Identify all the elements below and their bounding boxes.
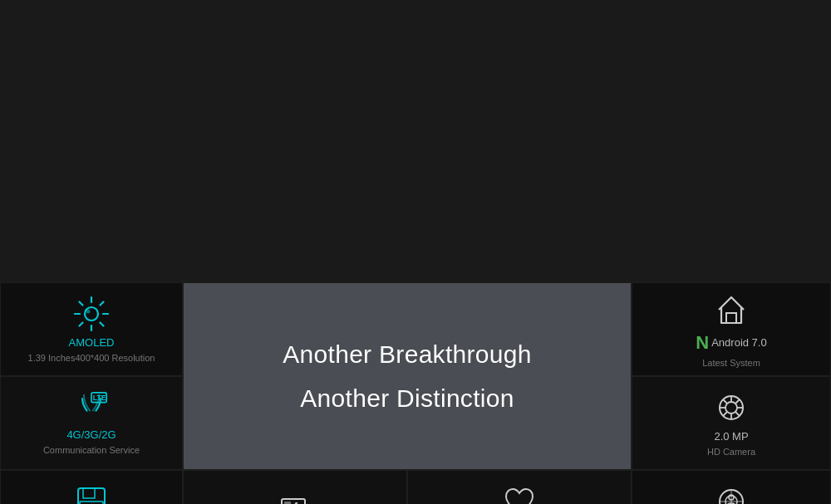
camera-cell: 2.0 MP HD Camera xyxy=(632,376,831,470)
gps-location-icon xyxy=(713,483,750,504)
lte-cell: LTE 4G/3G/2G Communication Service xyxy=(0,376,183,470)
camera-aperture-icon xyxy=(713,389,750,426)
svg-line-6 xyxy=(101,302,104,306)
battery-cell: High-capacity xyxy=(183,470,407,504)
svg-rect-30 xyxy=(284,502,291,505)
camera-sub: HD Camera xyxy=(707,447,755,457)
android-sub: Latest System xyxy=(702,358,760,368)
lte-label: 4G/3G/2G xyxy=(66,428,116,441)
lte-sub: Communication Service xyxy=(43,445,140,455)
amoled-res: 1.39 Inches400*400 Resolution xyxy=(28,353,155,363)
lte-signal-icon: LTE xyxy=(70,391,113,424)
heart-sports-icon xyxy=(501,483,538,504)
svg-line-21 xyxy=(735,399,740,404)
memory-cell: 1GB&16GB Memory xyxy=(0,470,183,504)
android-label: Android 7.0 xyxy=(711,336,767,349)
page: AMOLED 1.39 Inches400*400 Resolution Ano… xyxy=(0,282,831,504)
top-section xyxy=(0,0,831,282)
gps-cell: Buillt-in 28nm GPS Location xyxy=(632,470,831,504)
page-container xyxy=(0,0,831,282)
svg-rect-24 xyxy=(83,488,95,498)
svg-point-8 xyxy=(85,307,98,321)
svg-line-19 xyxy=(723,399,727,404)
sun-amoled-icon xyxy=(73,296,110,332)
diverse-cell: Diverse Multi-sports Mode xyxy=(407,470,632,504)
android-cell: N Android 7.0 Latest System xyxy=(632,282,831,376)
svg-point-14 xyxy=(725,402,737,413)
amoled-cell: AMOLED 1.39 Inches400*400 Resolution xyxy=(0,282,183,376)
overlay-text-1: Another Breakthrough xyxy=(283,335,532,374)
svg-line-7 xyxy=(80,323,83,326)
n-logo: N xyxy=(696,332,709,354)
svg-line-22 xyxy=(723,412,727,416)
top-grid: AMOLED 1.39 Inches400*400 Resolution Ano… xyxy=(0,282,831,504)
svg-rect-10 xyxy=(726,313,736,323)
amoled-label: AMOLED xyxy=(69,336,115,349)
svg-line-4 xyxy=(80,302,83,306)
camera-label: 2.0 MP xyxy=(714,430,748,443)
battery-icon xyxy=(277,491,313,505)
house-android-icon xyxy=(713,291,750,328)
overlay-text-2: Another Distinction xyxy=(300,379,514,418)
svg-line-20 xyxy=(735,412,740,416)
svg-point-9 xyxy=(86,310,91,314)
svg-line-5 xyxy=(101,323,104,326)
overlay-cell: Another Breakthrough Another Distinction xyxy=(183,282,632,470)
memory-disk-icon xyxy=(73,483,110,504)
